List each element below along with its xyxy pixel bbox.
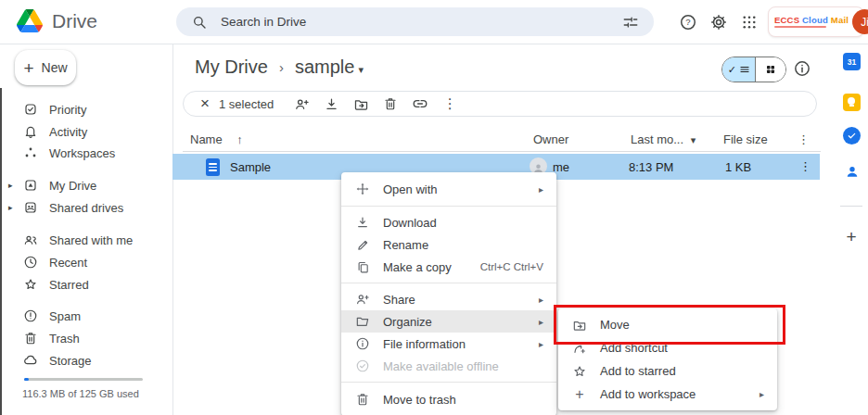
download-icon: [354, 215, 371, 230]
file-name[interactable]: Sample: [230, 160, 271, 174]
breadcrumb-current-folder[interactable]: sample▾: [295, 57, 364, 78]
copy-link-button[interactable]: [405, 93, 435, 115]
details-info-button[interactable]: [793, 59, 811, 78]
new-button-label: New: [42, 60, 68, 75]
column-header-name[interactable]: Name ↑: [190, 132, 243, 146]
folder-icon: [354, 314, 371, 329]
menu-item-open-with[interactable]: Open with ▸: [341, 177, 556, 201]
keep-icon[interactable]: [843, 94, 861, 111]
sidebar-item-activity[interactable]: Activity: [0, 120, 172, 143]
search-bar[interactable]: Search in Drive: [176, 7, 654, 36]
trash-button[interactable]: [376, 93, 405, 115]
people-icon: [22, 233, 38, 247]
trash-icon: [22, 331, 38, 346]
new-button[interactable]: + New: [15, 50, 76, 85]
calendar-icon[interactable]: 31: [843, 53, 861, 70]
menu-item-download[interactable]: Download: [341, 211, 556, 233]
priority-icon: [22, 102, 38, 117]
sort-ascending-icon: ↑: [236, 132, 243, 146]
contacts-icon[interactable]: [843, 162, 861, 180]
badge-text: ECCS Cloud Mail: [774, 16, 849, 29]
badge-word-cloud: Cloud: [802, 15, 828, 25]
star-icon: [571, 364, 588, 379]
column-settings-button[interactable]: ⋮: [798, 132, 810, 146]
more-actions-button[interactable]: ⋮: [435, 93, 465, 115]
menu-item-move-to-trash[interactable]: Move to trash: [341, 387, 556, 411]
tasks-icon[interactable]: [843, 127, 861, 145]
share-person-add-button[interactable]: [287, 93, 316, 115]
badge-word-mail: Mail: [831, 15, 849, 25]
share-icon: [354, 292, 371, 307]
check-icon: ✓: [728, 64, 736, 76]
clear-selection-button[interactable]: ×: [193, 94, 217, 113]
selected-count-label: 1 selected: [219, 97, 274, 111]
list-view-button[interactable]: ✓: [722, 57, 755, 82]
sidebar-item-storage[interactable]: Storage: [0, 349, 172, 371]
info-icon: [354, 336, 371, 351]
menu-item-share[interactable]: Share ▸: [341, 288, 556, 310]
menu-item-make-a-copy[interactable]: Make a copy Ctrl+C Ctrl+V: [341, 256, 556, 278]
expand-arrow-icon[interactable]: ▸: [8, 181, 13, 190]
sidebar-label: Spam: [49, 309, 81, 323]
menu-item-label: Organize: [383, 315, 539, 329]
my-drive-icon: [22, 178, 38, 193]
sidebar-label: Recent: [49, 256, 87, 270]
menu-item-file-information[interactable]: File information ▸: [341, 333, 556, 355]
sidebar-label: Storage: [49, 354, 92, 368]
account-avatar[interactable]: Ji: [852, 9, 868, 34]
chevron-right-icon: ›: [279, 59, 284, 75]
pencil-icon: [354, 238, 371, 252]
sidebar-item-recent[interactable]: Recent: [0, 251, 172, 273]
apps-grid-button[interactable]: [739, 12, 760, 32]
search-input[interactable]: Search in Drive: [221, 15, 609, 29]
get-add-ons-button[interactable]: +: [842, 228, 861, 246]
move-highlight-annotation: [554, 305, 785, 345]
drive-logo-icon: [17, 9, 43, 32]
column-header-modified[interactable]: Last mo... ▾: [631, 132, 696, 146]
menu-item-label: Download: [383, 216, 543, 230]
menu-item-rename[interactable]: Rename: [341, 233, 556, 256]
copy-icon: [354, 260, 371, 274]
submenu-arrow-icon: ▸: [539, 339, 543, 349]
keyboard-shortcut: Ctrl+C Ctrl+V: [480, 261, 543, 272]
bell-icon: [22, 124, 38, 139]
table-header-divider: [183, 151, 821, 152]
sidebar-item-my-drive[interactable]: ▸ My Drive: [0, 174, 172, 196]
sidebar-item-shared-with-me[interactable]: Shared with me: [0, 229, 172, 251]
sidebar-item-starred[interactable]: Starred: [0, 273, 172, 296]
search-filter-icon[interactable]: [620, 12, 641, 32]
expand-arrow-icon[interactable]: ▸: [8, 203, 13, 212]
drive-logo[interactable]: Drive: [17, 9, 97, 32]
menu-item-label: File information: [383, 337, 539, 351]
breadcrumb: My Drive › sample▾: [195, 57, 364, 78]
menu-item-organize[interactable]: Organize ▸: [341, 310, 556, 333]
row-more-actions-button[interactable]: ⋮: [799, 159, 811, 173]
menu-divider: [341, 206, 556, 207]
storage-progress-track: [24, 378, 143, 381]
sidebar-item-priority[interactable]: Priority: [0, 98, 172, 120]
submenu-item-add-to-workspace[interactable]: + Add to workspace ▸: [558, 383, 777, 406]
google-drive-window: ?: [0, 0, 868, 415]
storage-usage-text: 116.3 MB of 125 GB used: [22, 388, 139, 399]
app-title: Drive: [52, 10, 97, 32]
move-to-folder-button[interactable]: [346, 93, 376, 115]
eccs-cloud-mail-badge[interactable]: ECCS Cloud Mail Ji: [768, 6, 864, 37]
breadcrumb-my-drive[interactable]: My Drive: [195, 57, 268, 78]
settings-button[interactable]: [708, 12, 729, 32]
sidebar-item-shared-drives[interactable]: ▸ Shared drives: [0, 196, 172, 219]
download-button[interactable]: [316, 93, 346, 115]
grid-view-button[interactable]: [755, 57, 785, 82]
sidebar-label: Priority: [49, 103, 86, 117]
sidebar-item-trash[interactable]: Trash: [0, 327, 172, 349]
view-toggle[interactable]: ✓: [721, 57, 786, 82]
column-header-size[interactable]: File size: [723, 132, 768, 146]
submenu-item-add-to-starred[interactable]: Add to starred: [558, 359, 777, 383]
sidebar-label: Activity: [49, 125, 87, 139]
plus-icon: +: [571, 386, 588, 403]
file-modified-time: 8:13 PM: [629, 160, 673, 174]
menu-item-make-available-offline: Make available offline: [341, 355, 556, 377]
sidebar-item-workspaces[interactable]: Workspaces: [0, 142, 172, 164]
help-button[interactable]: [678, 12, 698, 32]
sidebar-item-spam[interactable]: Spam: [0, 305, 172, 327]
column-header-owner[interactable]: Owner: [533, 132, 568, 146]
